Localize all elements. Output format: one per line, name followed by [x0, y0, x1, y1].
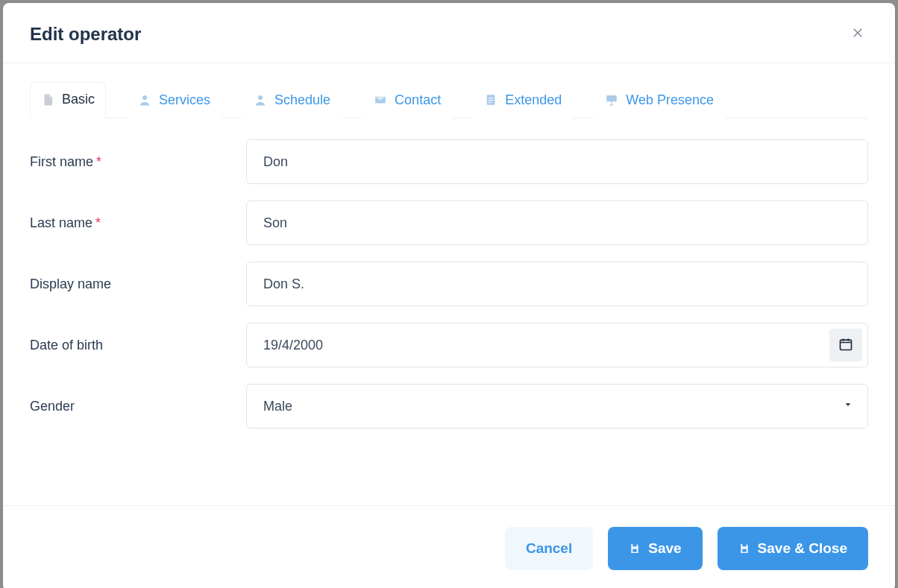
last-name-label: Last name* [30, 215, 246, 231]
dob-input[interactable] [246, 323, 868, 367]
tab-schedule[interactable]: Schedule [242, 82, 342, 118]
last-name-input[interactable] [246, 200, 868, 245]
svg-rect-3 [489, 98, 493, 98]
gender-select[interactable]: Male [246, 384, 868, 429]
display-name-input[interactable] [246, 262, 868, 306]
edit-operator-modal: Edit operator Basic Services [3, 3, 895, 588]
row-dob: Date of birth [30, 323, 868, 367]
person-icon [138, 93, 151, 107]
gender-label: Gender [30, 399, 246, 414]
cancel-button[interactable]: Cancel [505, 527, 593, 570]
tab-label: Services [159, 92, 210, 108]
calendar-icon [838, 337, 853, 354]
tabs: Basic Services Schedule Contact [30, 81, 868, 118]
tab-extended[interactable]: Extended [473, 82, 573, 118]
svg-rect-9 [633, 549, 637, 552]
first-name-input[interactable] [246, 139, 868, 184]
modal-header: Edit operator [3, 3, 895, 63]
modal-footer: Cancel Save Save & Close [3, 505, 895, 588]
svg-rect-6 [606, 95, 617, 101]
tab-label: Web Presence [626, 92, 714, 108]
display-name-label: Display name [30, 276, 246, 292]
required-mark: * [96, 154, 101, 169]
save-icon [738, 543, 750, 554]
tab-basic[interactable]: Basic [30, 82, 106, 118]
presentation-icon [605, 93, 618, 107]
dob-label: Date of birth [30, 338, 246, 353]
envelope-icon [374, 93, 387, 107]
save-close-button[interactable]: Save & Close [718, 527, 868, 570]
save-icon [629, 543, 641, 554]
tab-web-presence[interactable]: Web Presence [594, 82, 725, 118]
svg-rect-10 [742, 544, 746, 546]
first-name-label: First name* [30, 154, 246, 170]
date-picker-button[interactable] [829, 329, 862, 361]
file-icon [41, 93, 54, 107]
svg-rect-7 [841, 340, 852, 350]
tab-label: Extended [505, 92, 562, 108]
row-last-name: Last name* [30, 200, 868, 245]
row-first-name: First name* [30, 139, 868, 184]
modal-body: Basic Services Schedule Contact [3, 63, 895, 505]
svg-point-1 [258, 95, 263, 100]
svg-rect-11 [742, 549, 746, 552]
tab-services[interactable]: Services [127, 82, 222, 118]
save-button[interactable]: Save [608, 527, 702, 570]
row-display-name: Display name [30, 262, 868, 306]
svg-rect-5 [489, 102, 492, 103]
document-icon [484, 93, 497, 107]
tab-label: Contact [395, 92, 441, 108]
tab-label: Schedule [274, 92, 330, 108]
person-icon [254, 93, 267, 107]
svg-rect-4 [489, 100, 493, 101]
modal-title: Edit operator [30, 24, 141, 45]
close-icon [851, 26, 864, 43]
row-gender: Gender Male [30, 384, 868, 429]
tab-contact[interactable]: Contact [362, 82, 452, 118]
svg-rect-8 [633, 544, 637, 546]
required-mark: * [95, 215, 101, 230]
close-button[interactable] [847, 24, 868, 45]
tab-label: Basic [62, 92, 95, 107]
svg-point-0 [142, 95, 147, 100]
